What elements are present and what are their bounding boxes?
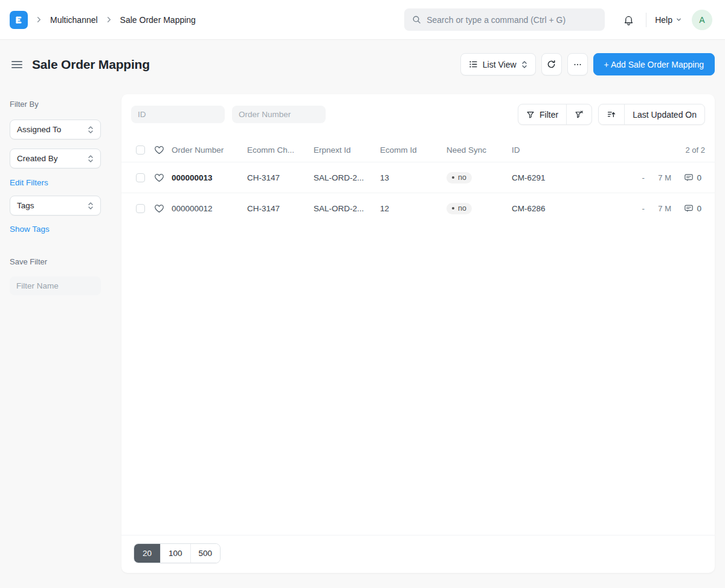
toolbar-right: Filter — [518, 104, 705, 125]
app-logo-icon[interactable] — [10, 11, 28, 29]
column-header-need-sync[interactable]: Need Sync — [446, 145, 512, 155]
page-length-20-button[interactable]: 20 — [134, 544, 160, 563]
favourite-toggle[interactable] — [154, 173, 164, 182]
list-row[interactable]: 000000013 CH-3147 SAL-ORD-2... 13 no CM-… — [121, 162, 715, 193]
breadcrumb-chevron-icon — [105, 15, 114, 24]
cell-id: CM-6291 — [512, 173, 633, 182]
sort-field-button[interactable]: Last Updated On — [624, 104, 704, 124]
created-by-select[interactable]: Created By — [10, 149, 101, 168]
tags-select[interactable]: Tags — [10, 196, 101, 216]
cell-erpnext-id: SAL-ORD-2... — [314, 204, 380, 213]
favourite-column-icon[interactable] — [154, 145, 164, 155]
comment-count-button[interactable]: 0 — [671, 173, 705, 182]
page-length-selector: 20 100 500 — [134, 543, 221, 563]
list-view-icon — [469, 60, 478, 69]
comment-count-button[interactable]: 0 — [671, 204, 705, 213]
cell-assigned: - — [633, 173, 645, 182]
show-tags-link[interactable]: Show Tags — [10, 225, 50, 234]
list-card: Filter — [121, 94, 715, 573]
breadcrumb-multichannel[interactable]: Multichannel — [50, 15, 98, 25]
order-number-filter-input[interactable] — [232, 106, 326, 123]
list-header-row: Order Number Ecomm Ch... Erpnext Id Ecom… — [121, 138, 715, 162]
badge-label: no — [458, 174, 466, 182]
view-switcher-button[interactable]: List View — [460, 53, 536, 75]
id-filter-input[interactable] — [131, 106, 225, 123]
chevron-up-down-icon — [88, 155, 94, 163]
cell-erpnext-id: SAL-ORD-2... — [314, 173, 380, 182]
avatar[interactable]: A — [692, 10, 712, 30]
more-options-button[interactable] — [567, 53, 588, 75]
sidebar-toggle-button[interactable] — [10, 57, 24, 72]
assigned-to-select[interactable]: Assigned To — [10, 120, 101, 139]
navbar: Multichannel Sale Order Mapping Help A — [0, 0, 725, 40]
cell-need-sync: no — [446, 171, 512, 183]
cell-ecomm-channel: CH-3147 — [247, 173, 314, 182]
clear-filter-button[interactable] — [566, 104, 591, 124]
chevron-up-down-icon — [88, 202, 94, 210]
add-sale-order-mapping-button[interactable]: + Add Sale Order Mapping — [593, 53, 715, 75]
list-sidebar: Filter By Assigned To Created By Edit Fi… — [10, 94, 121, 573]
funnel-x-icon — [575, 110, 584, 119]
comment-count: 0 — [697, 204, 701, 213]
search-input[interactable] — [427, 15, 597, 25]
edit-filters-link[interactable]: Edit Filters — [10, 178, 48, 187]
cell-ecomm-id: 12 — [380, 204, 446, 213]
breadcrumb-chevron-icon — [34, 15, 44, 24]
view-switcher-label: List View — [483, 60, 517, 69]
page-header: Sale Order Mapping List View + Add Sa — [10, 53, 715, 75]
chevron-up-down-icon — [88, 126, 94, 134]
heart-icon — [154, 173, 164, 182]
help-menu[interactable]: Help — [655, 15, 682, 25]
refresh-button[interactable] — [541, 53, 562, 75]
chevron-down-icon — [675, 16, 682, 23]
filter-button[interactable]: Filter — [518, 104, 566, 124]
navbar-divider — [646, 13, 646, 27]
cell-ecomm-id: 13 — [380, 173, 446, 182]
header-actions: List View + Add Sale Order Mapping — [460, 53, 715, 75]
refresh-icon — [547, 60, 556, 69]
need-sync-badge: no — [446, 203, 472, 214]
cell-need-sync: no — [446, 202, 512, 214]
notifications-button[interactable] — [620, 11, 637, 28]
filter-button-label: Filter — [540, 110, 558, 120]
help-label: Help — [655, 15, 672, 25]
sort-field-label: Last Updated On — [633, 110, 697, 120]
cell-order-number[interactable]: 000000013 — [172, 173, 247, 182]
breadcrumb-sale-order-mapping[interactable]: Sale Order Mapping — [120, 15, 196, 25]
cell-last-modified: 7 M — [645, 204, 671, 213]
column-header-id[interactable]: ID — [512, 145, 685, 155]
global-search[interactable] — [404, 8, 605, 31]
column-header-order-number[interactable]: Order Number — [172, 145, 247, 155]
erpnext-logo-icon — [13, 14, 24, 25]
column-header-erpnext-id[interactable]: Erpnext Id — [314, 145, 380, 155]
search-icon — [412, 15, 421, 24]
ellipsis-icon — [573, 60, 582, 69]
row-checkbox[interactable] — [136, 173, 145, 182]
column-header-ecomm-id[interactable]: Ecomm Id — [380, 145, 446, 155]
cell-ecomm-channel: CH-3147 — [247, 204, 314, 213]
select-all-checkbox[interactable] — [136, 145, 145, 155]
assigned-to-label: Assigned To — [17, 125, 61, 134]
badge-dot-icon — [452, 176, 454, 179]
cell-order-number[interactable]: 000000012 — [172, 204, 247, 213]
bell-icon — [623, 14, 634, 26]
hamburger-icon — [11, 60, 23, 69]
row-checkbox[interactable] — [136, 204, 145, 213]
page-body: Filter By Assigned To Created By Edit Fi… — [10, 94, 715, 573]
sort-direction-button[interactable] — [599, 104, 624, 124]
sort-ascending-icon — [607, 110, 616, 119]
page-length-500-button[interactable]: 500 — [190, 544, 221, 563]
sort-button-group: Last Updated On — [598, 104, 705, 125]
list-footer: 20 100 500 — [121, 535, 715, 573]
column-header-ecomm-channel[interactable]: Ecomm Ch... — [247, 145, 314, 155]
filter-name-input[interactable] — [10, 276, 101, 295]
favourite-toggle[interactable] — [154, 203, 164, 213]
cell-last-modified: 7 M — [645, 173, 671, 182]
filter-by-heading: Filter By — [10, 100, 121, 109]
page-length-100-button[interactable]: 100 — [160, 544, 190, 563]
badge-label: no — [458, 205, 466, 213]
list-row[interactable]: 000000012 CH-3147 SAL-ORD-2... 12 no CM-… — [121, 193, 715, 223]
need-sync-badge: no — [446, 172, 472, 184]
list-toolbar: Filter — [121, 94, 715, 125]
heart-icon — [154, 203, 164, 213]
